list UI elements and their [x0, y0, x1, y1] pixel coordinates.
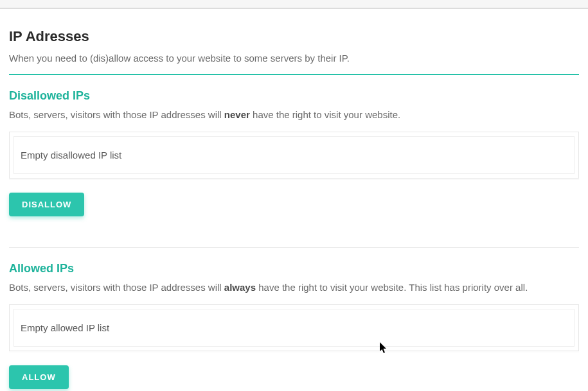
disallowed-ips-section: Disallowed IPs Bots, servers, visitors w…	[9, 89, 579, 216]
disallow-button[interactable]: DISALLOW	[9, 193, 84, 216]
page-subtitle: When you need to (dis)allow access to yo…	[9, 53, 579, 64]
accent-divider	[9, 74, 579, 75]
disallowed-desc-prefix: Bots, servers, visitors with those IP ad…	[9, 109, 224, 120]
allow-button[interactable]: ALLOW	[9, 365, 69, 389]
disallowed-desc-suffix: have the right to visit your website.	[250, 109, 400, 120]
allowed-ip-list-card: Empty allowed IP list	[9, 304, 579, 351]
disallowed-desc-strong: never	[224, 109, 250, 120]
allowed-desc-strong: always	[224, 282, 256, 293]
disallowed-ip-list-empty: Empty disallowed IP list	[13, 136, 575, 174]
allowed-desc-prefix: Bots, servers, visitors with those IP ad…	[9, 282, 224, 293]
allowed-heading: Allowed IPs	[9, 262, 579, 275]
allowed-desc-suffix: have the right to visit your website. Th…	[256, 282, 528, 293]
disallowed-heading: Disallowed IPs	[9, 89, 579, 103]
allowed-ips-section: Allowed IPs Bots, servers, visitors with…	[9, 262, 579, 389]
content-container: IP Adresses When you need to (dis)allow …	[0, 9, 588, 389]
allowed-description: Bots, servers, visitors with those IP ad…	[9, 282, 579, 293]
disallowed-description: Bots, servers, visitors with those IP ad…	[9, 109, 579, 120]
section-divider	[9, 247, 579, 248]
top-bar	[0, 0, 588, 9]
allowed-ip-list-empty: Empty allowed IP list	[13, 309, 575, 347]
disallowed-ip-list-card: Empty disallowed IP list	[9, 132, 579, 178]
page-title: IP Adresses	[9, 28, 579, 45]
